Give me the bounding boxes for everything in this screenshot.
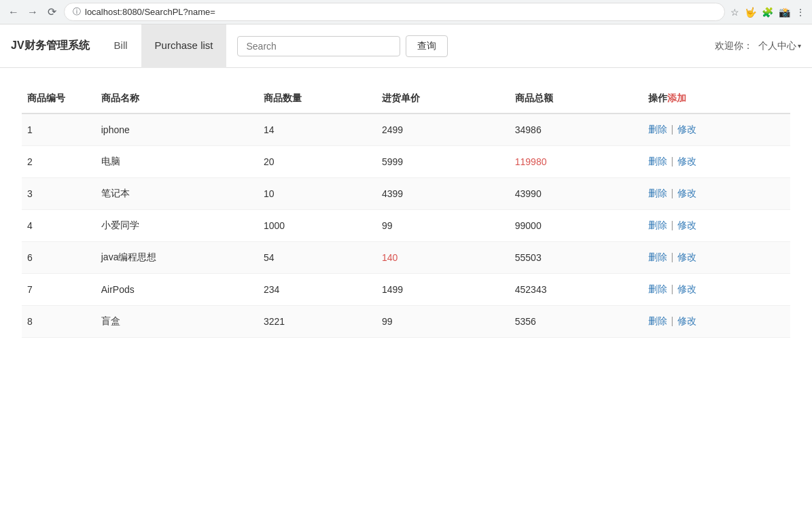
chevron-down-icon: ▾: [798, 42, 801, 50]
delete-link[interactable]: 删除: [648, 124, 667, 135]
secure-icon: ⓘ: [73, 6, 81, 18]
delete-link[interactable]: 删除: [648, 283, 667, 294]
cell-id: 8: [22, 306, 96, 338]
table-row: 6 java编程思想 54 140 55503 删除 | 修改: [22, 242, 790, 274]
delete-link[interactable]: 删除: [648, 156, 667, 167]
cell-total: 452343: [510, 274, 643, 306]
cell-name: iphone: [96, 113, 258, 146]
back-button[interactable]: ←: [7, 5, 20, 19]
cell-id: 1: [22, 113, 96, 146]
nav-item-purchase-list[interactable]: Purchase list: [141, 24, 227, 68]
col-header-unit-price: 进货单价: [376, 84, 510, 113]
edit-link[interactable]: 修改: [677, 124, 696, 135]
nav-item-bill[interactable]: Bill: [101, 24, 141, 68]
url-text: localhost:8080/SearchPL?name=: [85, 7, 215, 17]
col-header-qty: 商品数量: [258, 84, 376, 113]
delete-link[interactable]: 删除: [648, 315, 667, 326]
cell-id: 2: [22, 146, 96, 178]
col-header-action: 操作添加: [643, 84, 791, 113]
cell-qty: 14: [258, 113, 376, 146]
col-header-id: 商品编号: [22, 84, 96, 113]
cell-action: 删除 | 修改: [643, 274, 791, 306]
cell-id: 7: [22, 274, 96, 306]
cell-name: 盲盒: [96, 306, 258, 338]
action-separator: |: [671, 283, 673, 294]
menu-icon[interactable]: ⋮: [796, 7, 805, 18]
edit-link[interactable]: 修改: [677, 283, 696, 294]
cell-qty: 54: [258, 242, 376, 274]
edit-link[interactable]: 修改: [677, 315, 696, 326]
action-separator: |: [671, 251, 673, 262]
url-bar[interactable]: ⓘ localhost:8080/SearchPL?name=: [64, 3, 725, 21]
action-separator: |: [671, 156, 673, 167]
extension-icon[interactable]: 🤟: [745, 7, 756, 18]
cell-unit-price: 5999: [376, 146, 510, 178]
delete-link[interactable]: 删除: [648, 251, 667, 262]
profile-menu[interactable]: 个人中心 ▾: [758, 40, 801, 52]
cell-unit-price: 2499: [376, 113, 510, 146]
col-header-total: 商品总额: [510, 84, 643, 113]
avatar-icon[interactable]: 📸: [779, 7, 790, 18]
cell-unit-price: 140: [376, 242, 510, 274]
navbar: JV财务管理系统 Bill Purchase list 查询 欢迎你： 个人中心…: [0, 24, 812, 68]
cell-id: 3: [22, 178, 96, 210]
cell-total: 43990: [510, 178, 643, 210]
cell-total: 5356: [510, 306, 643, 338]
cell-total: 99000: [510, 210, 643, 242]
table-row: 4 小爱同学 1000 99 99000 删除 | 修改: [22, 210, 790, 242]
refresh-button[interactable]: ⟳: [45, 5, 58, 19]
cell-total: 119980: [510, 146, 643, 178]
welcome-label: 欢迎你：: [715, 40, 753, 52]
cell-unit-price: 99: [376, 210, 510, 242]
edit-link[interactable]: 修改: [677, 188, 696, 198]
search-button[interactable]: 查询: [406, 35, 448, 57]
delete-link[interactable]: 删除: [648, 188, 667, 198]
cell-unit-price: 1499: [376, 274, 510, 306]
cell-qty: 10: [258, 178, 376, 210]
search-area: 查询: [237, 35, 448, 57]
delete-link[interactable]: 删除: [648, 220, 667, 230]
table-row: 1 iphone 14 2499 34986 删除 | 修改: [22, 113, 790, 146]
cell-unit-price: 99: [376, 306, 510, 338]
cell-name: 小爱同学: [96, 210, 258, 242]
browser-chrome: ← → ⟳ ⓘ localhost:8080/SearchPL?name= ☆ …: [0, 0, 812, 24]
table-row: 2 电脑 20 5999 119980 删除 | 修改: [22, 146, 790, 178]
edit-link[interactable]: 修改: [677, 251, 696, 262]
navbar-right: 欢迎你： 个人中心 ▾: [715, 40, 801, 52]
cell-qty: 3221: [258, 306, 376, 338]
forward-button[interactable]: →: [26, 5, 39, 19]
table-header-row: 商品编号 商品名称 商品数量 进货单价 商品总额 操作添加: [22, 84, 790, 113]
profile-label: 个人中心: [758, 40, 796, 52]
cell-name: 笔记本: [96, 178, 258, 210]
action-separator: |: [671, 220, 673, 230]
col-header-name: 商品名称: [96, 84, 258, 113]
action-separator: |: [671, 188, 673, 198]
cell-id: 4: [22, 210, 96, 242]
table-row: 8 盲盒 3221 99 5356 删除 | 修改: [22, 306, 790, 338]
edit-link[interactable]: 修改: [677, 156, 696, 167]
cell-total: 34986: [510, 113, 643, 146]
action-separator: |: [671, 124, 673, 135]
puzzle-icon[interactable]: 🧩: [762, 7, 773, 18]
search-input[interactable]: [237, 36, 400, 56]
cell-action: 删除 | 修改: [643, 242, 791, 274]
cell-name: 电脑: [96, 146, 258, 178]
cell-action: 删除 | 修改: [643, 146, 791, 178]
star-icon[interactable]: ☆: [730, 7, 739, 18]
cell-name: java编程思想: [96, 242, 258, 274]
browser-actions: ☆ 🤟 🧩 📸 ⋮: [730, 7, 805, 18]
cell-action: 删除 | 修改: [643, 210, 791, 242]
cell-action: 删除 | 修改: [643, 178, 791, 210]
cell-name: AirPods: [96, 274, 258, 306]
cell-unit-price: 4399: [376, 178, 510, 210]
cell-qty: 20: [258, 146, 376, 178]
cell-qty: 1000: [258, 210, 376, 242]
cell-action: 删除 | 修改: [643, 306, 791, 338]
cell-id: 6: [22, 242, 96, 274]
add-link[interactable]: 添加: [667, 92, 686, 103]
brand-logo: JV财务管理系统: [11, 39, 90, 53]
main-content: 商品编号 商品名称 商品数量 进货单价 商品总额 操作添加 1 iphone 1…: [0, 68, 812, 354]
cell-action: 删除 | 修改: [643, 113, 791, 146]
edit-link[interactable]: 修改: [677, 220, 696, 230]
action-separator: |: [671, 315, 673, 326]
